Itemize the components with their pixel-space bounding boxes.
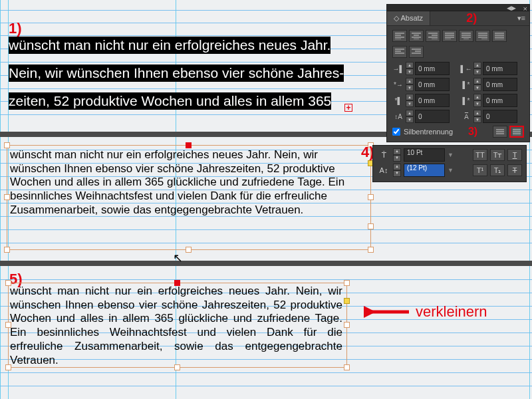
handle-tl[interactable] xyxy=(4,142,10,148)
hyphenation-checkbox[interactable]: Silbentrennung xyxy=(392,128,453,136)
align-right-button[interactable] xyxy=(426,30,440,42)
page-separator xyxy=(0,261,532,266)
annotation-1: 1) xyxy=(9,20,22,37)
smallcaps-button[interactable]: Tᴛ xyxy=(490,149,505,161)
text-frame-2[interactable]: wünscht man nicht nur ein erfolgreiches … xyxy=(7,145,371,250)
overset-text-icon[interactable]: + xyxy=(344,104,352,112)
panel-title: Absatz xyxy=(400,14,423,22)
strikethrough-button[interactable]: T xyxy=(507,164,522,176)
handle-bottom[interactable] xyxy=(186,247,192,253)
leading-icon: A↕ xyxy=(377,164,390,176)
last-line-input[interactable] xyxy=(483,78,517,91)
close-icon[interactable]: × xyxy=(523,5,527,13)
allcaps-button[interactable]: TT xyxy=(473,149,487,161)
stepper[interactable]: ▲▼ xyxy=(473,62,481,75)
text-line: Nein, wir wünschen Ihnen ebenso vier sch… xyxy=(9,65,344,82)
space-before-input[interactable] xyxy=(415,94,450,107)
highlighted-text-block[interactable]: wünscht man nicht nur ein erfolgreiches … xyxy=(9,37,344,120)
last-line-indent-icon: ▌* xyxy=(460,79,472,90)
handle-tl[interactable] xyxy=(5,280,11,286)
absatz-panel[interactable]: ◀▶ × ◇ Absatz 2) ▾≡ →▌▲▼ ▌←▲▼ *→▲▼ ▌*▲▼ xyxy=(386,4,530,142)
align-spine-button[interactable] xyxy=(392,46,407,58)
space-after-input[interactable] xyxy=(483,94,517,107)
first-line-input[interactable] xyxy=(415,78,450,91)
stepper[interactable]: ▲▼ xyxy=(406,78,414,91)
annotation-arrow: verkleinern xyxy=(364,303,487,321)
handle-br[interactable] xyxy=(368,247,374,253)
character-size-panel[interactable]: T̂ ▲▼ 10 Pt ▼ TT Tᴛ T A↕ ▲▼ (12 Pt) ▼ T¹… xyxy=(372,145,527,182)
annotation-2: 2) xyxy=(466,11,477,25)
handle-br[interactable] xyxy=(344,364,350,370)
cursor-icon: ↖ xyxy=(173,251,183,265)
justify-full-button[interactable] xyxy=(492,30,507,42)
annotation-3: 3) xyxy=(468,126,477,138)
hyphenation-check-input[interactable] xyxy=(392,128,400,136)
underline-button[interactable]: T xyxy=(507,149,522,161)
stepper[interactable]: ▲▼ xyxy=(406,94,414,107)
handle-right[interactable] xyxy=(368,194,374,200)
chevron-down-icon[interactable]: ▼ xyxy=(448,167,454,174)
collapse-icon[interactable]: ◀▶ xyxy=(507,5,516,11)
stepper[interactable]: ▲▼ xyxy=(393,164,401,177)
handle-left[interactable] xyxy=(4,194,10,200)
panel-menu-icon[interactable]: ▾≡ xyxy=(517,14,529,23)
space-after-icon: ▌* xyxy=(460,95,472,106)
subscript-button[interactable]: T₁ xyxy=(490,164,505,176)
indent-left-icon: →▌ xyxy=(392,63,404,74)
justify-left-button[interactable] xyxy=(442,30,457,42)
dropcap-chars-icon: A̅ xyxy=(460,111,472,122)
stepper[interactable]: ▲▼ xyxy=(406,62,414,75)
handle-right[interactable] xyxy=(344,322,350,328)
font-size-select[interactable]: 10 Pt xyxy=(404,148,445,162)
text-frame-3[interactable]: wünscht man nicht nur ein erfolgreiches … xyxy=(8,283,347,368)
baseline-grid-off-button[interactable] xyxy=(493,126,507,138)
superscript-button[interactable]: T¹ xyxy=(473,164,487,176)
indent-right-input[interactable] xyxy=(483,62,517,75)
handle-control[interactable] xyxy=(344,298,350,304)
panel-tabbar: ◀▶ × xyxy=(387,5,529,11)
align-away-spine-button[interactable] xyxy=(409,46,424,58)
handle-left[interactable] xyxy=(5,322,11,328)
annotation-arrow-label: verkleinern xyxy=(416,303,487,321)
stepper[interactable]: ▲▼ xyxy=(473,110,481,123)
dropcap-lines-input[interactable] xyxy=(415,110,450,123)
indent-left-input[interactable] xyxy=(415,62,450,75)
paragraph-text: wünscht man nicht nur ein erfolgreiches … xyxy=(7,146,370,220)
chevron-down-icon[interactable]: ▼ xyxy=(448,152,454,158)
justify-right-button[interactable] xyxy=(475,30,490,42)
align-center-button[interactable] xyxy=(409,30,424,42)
outport-icon[interactable] xyxy=(368,223,374,229)
hyphenation-label: Silbentrennung xyxy=(404,128,453,136)
stepper[interactable]: ▲▼ xyxy=(393,148,401,162)
leading-select[interactable]: (12 Pt) xyxy=(404,164,445,177)
alignment-row xyxy=(392,30,524,42)
text-line: zeiten, 52 produktive Wochen und alles i… xyxy=(9,92,331,110)
align-left-button[interactable] xyxy=(392,30,407,42)
dropcap-lines-icon: ↕A xyxy=(392,111,404,122)
handle-bottom[interactable] xyxy=(174,364,180,370)
stepper[interactable]: ▲▼ xyxy=(473,78,481,91)
handle-bl[interactable] xyxy=(4,247,10,253)
indent-right-icon: ▌← xyxy=(460,63,472,74)
paragraph-text: wünscht man nicht nur ein erfolgreiches … xyxy=(9,283,346,368)
first-line-indent-icon: *→ xyxy=(392,79,404,90)
stepper[interactable]: ▲▼ xyxy=(473,94,481,107)
handle-top-mid[interactable] xyxy=(174,280,180,286)
space-before-icon: *▌ xyxy=(392,95,404,106)
justify-center-button[interactable] xyxy=(459,30,473,42)
text-line: wünscht man nicht nur ein erfolgreiches … xyxy=(9,37,331,54)
baseline-grid-on-button[interactable] xyxy=(509,126,524,138)
handle-top-mid[interactable] xyxy=(186,142,192,148)
panel-tab-absatz[interactable]: ◇ Absatz xyxy=(387,11,430,25)
font-size-icon: T̂ xyxy=(377,149,390,161)
handle-bl[interactable] xyxy=(5,364,11,370)
stepper[interactable]: ▲▼ xyxy=(406,110,414,123)
dropcap-chars-input[interactable] xyxy=(483,110,517,123)
handle-tr[interactable] xyxy=(344,280,350,286)
